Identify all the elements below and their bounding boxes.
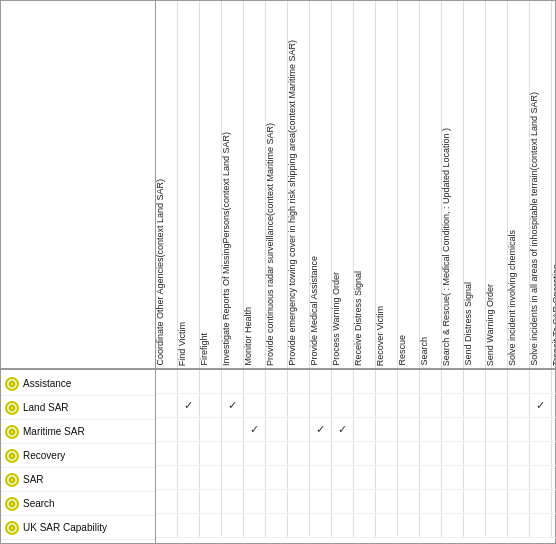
cell-0-11 bbox=[398, 370, 420, 393]
cell-1-13 bbox=[442, 394, 464, 417]
cell-6-14 bbox=[464, 514, 486, 537]
cell-5-3 bbox=[222, 490, 244, 513]
legend-item-4: SAR bbox=[1, 468, 155, 492]
cell-1-3: ✓ bbox=[222, 394, 244, 417]
cell-1-0 bbox=[156, 394, 178, 417]
col-header-text-17: Solve incidents in all areas of inhospit… bbox=[530, 92, 540, 366]
col-header-text-2: Firefight bbox=[200, 333, 210, 366]
col-header-8: Process Warning Order bbox=[332, 1, 354, 368]
legend-item-0: Assistance bbox=[1, 372, 155, 396]
cell-5-6 bbox=[288, 490, 310, 513]
cell-5-14 bbox=[464, 490, 486, 513]
cell-6-8 bbox=[332, 514, 354, 537]
cell-6-4 bbox=[244, 514, 266, 537]
legend-label-6: UK SAR Capability bbox=[23, 522, 107, 533]
bottom-row-6 bbox=[156, 514, 556, 538]
cell-0-18 bbox=[552, 370, 556, 393]
legend-label-3: Recovery bbox=[23, 450, 65, 461]
cell-6-16 bbox=[508, 514, 530, 537]
cell-6-11 bbox=[398, 514, 420, 537]
cell-3-16 bbox=[508, 442, 530, 465]
legend-item-2: Maritime SAR bbox=[1, 420, 155, 444]
cell-6-18 bbox=[552, 514, 556, 537]
cell-1-9 bbox=[354, 394, 376, 417]
cell-0-17 bbox=[530, 370, 552, 393]
bottom-row-3 bbox=[156, 442, 556, 466]
cell-1-10 bbox=[376, 394, 398, 417]
cell-5-11 bbox=[398, 490, 420, 513]
cell-4-11 bbox=[398, 466, 420, 489]
column-headers: Coordinate Other Agencies(context Land S… bbox=[156, 1, 555, 368]
cell-5-9 bbox=[354, 490, 376, 513]
bottom-row-1: ✓✓✓✓ bbox=[156, 394, 556, 418]
cell-3-2 bbox=[200, 442, 222, 465]
cell-4-3 bbox=[222, 466, 244, 489]
cell-1-1: ✓ bbox=[178, 394, 200, 417]
legend-item-1: Land SAR bbox=[1, 396, 155, 420]
row-label-column bbox=[1, 1, 156, 368]
cell-2-4: ✓ bbox=[244, 418, 266, 441]
col-header-18: Transit To SAR Operation bbox=[552, 1, 555, 368]
cell-4-2 bbox=[200, 466, 222, 489]
cell-2-16 bbox=[508, 418, 530, 441]
col-header-text-8: Process Warning Order bbox=[332, 272, 342, 366]
cell-6-1 bbox=[178, 514, 200, 537]
checkmark-1-3: ✓ bbox=[228, 399, 237, 412]
cell-4-14 bbox=[464, 466, 486, 489]
col-header-text-6: Provide emergency towing cover in high r… bbox=[288, 40, 298, 366]
legend-icon-6 bbox=[5, 521, 19, 535]
bottom-row-5 bbox=[156, 490, 556, 514]
cell-0-2 bbox=[200, 370, 222, 393]
cell-5-8 bbox=[332, 490, 354, 513]
checkmark-1-17: ✓ bbox=[536, 399, 545, 412]
cell-0-13 bbox=[442, 370, 464, 393]
cell-3-1 bbox=[178, 442, 200, 465]
col-header-9: Receive Distress Signal bbox=[354, 1, 376, 368]
cell-4-1 bbox=[178, 466, 200, 489]
col-header-4: Monitor Health bbox=[244, 1, 266, 368]
col-header-11: Rescue bbox=[398, 1, 420, 368]
cell-2-12 bbox=[420, 418, 442, 441]
cell-0-15 bbox=[486, 370, 508, 393]
cell-6-17 bbox=[530, 514, 552, 537]
cell-0-6 bbox=[288, 370, 310, 393]
cell-3-4 bbox=[244, 442, 266, 465]
col-header-text-11: Rescue bbox=[398, 335, 408, 366]
col-header-text-3: Investigate Reports Of MissingPersons(co… bbox=[222, 132, 232, 366]
col-header-6: Provide emergency towing cover in high r… bbox=[288, 1, 310, 368]
checkmark-2-7: ✓ bbox=[316, 423, 325, 436]
cell-4-0 bbox=[156, 466, 178, 489]
col-header-text-7: Provide Medical Assistance bbox=[310, 256, 320, 366]
col-header-text-12: Search bbox=[420, 337, 430, 366]
cell-3-9 bbox=[354, 442, 376, 465]
cell-5-7 bbox=[310, 490, 332, 513]
col-header-text-13: Search & Rescue( : Medical Condition, : … bbox=[442, 128, 452, 366]
cell-5-13 bbox=[442, 490, 464, 513]
bottom-row-4 bbox=[156, 466, 556, 490]
cell-0-10 bbox=[376, 370, 398, 393]
cell-1-2 bbox=[200, 394, 222, 417]
col-header-7: Provide Medical Assistance bbox=[310, 1, 332, 368]
cell-4-5 bbox=[266, 466, 288, 489]
cell-1-18 bbox=[552, 394, 556, 417]
col-header-13: Search & Rescue( : Medical Condition, : … bbox=[442, 1, 464, 368]
cell-3-15 bbox=[486, 442, 508, 465]
cell-0-0 bbox=[156, 370, 178, 393]
cell-1-15 bbox=[486, 394, 508, 417]
col-header-0: Coordinate Other Agencies(context Land S… bbox=[156, 1, 178, 368]
cell-4-12 bbox=[420, 466, 442, 489]
cell-2-3 bbox=[222, 418, 244, 441]
cell-2-18: ✓ bbox=[552, 418, 556, 441]
cell-4-13 bbox=[442, 466, 464, 489]
col-header-text-5: Provide continuous radar surveillance(co… bbox=[266, 123, 276, 366]
col-header-text-4: Monitor Health bbox=[244, 307, 254, 366]
legend-icon-5 bbox=[5, 497, 19, 511]
cell-3-11 bbox=[398, 442, 420, 465]
cell-1-14 bbox=[464, 394, 486, 417]
col-header-5: Provide continuous radar surveillance(co… bbox=[266, 1, 288, 368]
col-header-text-14: Send Distress Signal bbox=[464, 282, 474, 366]
cell-0-1 bbox=[178, 370, 200, 393]
cell-5-5 bbox=[266, 490, 288, 513]
cell-6-2 bbox=[200, 514, 222, 537]
cell-2-15 bbox=[486, 418, 508, 441]
